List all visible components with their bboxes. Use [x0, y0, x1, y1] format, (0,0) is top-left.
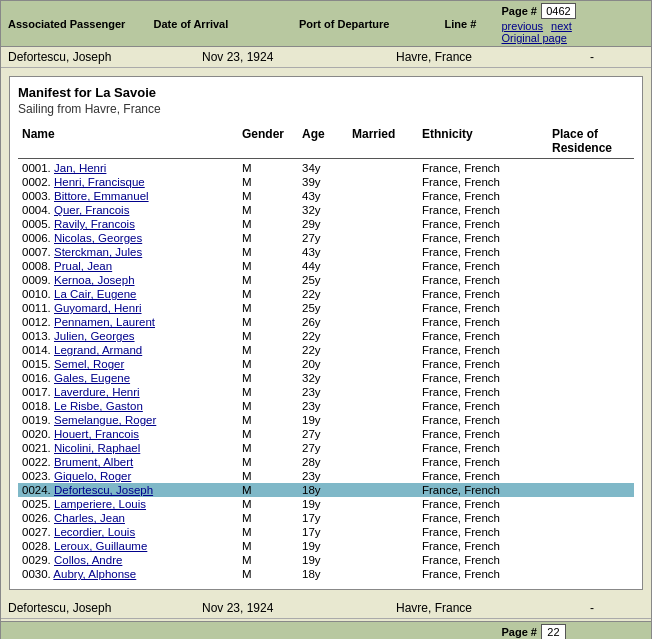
- passenger-name-cell: 0023. Giquelo, Roger: [18, 470, 238, 482]
- passenger-name-link[interactable]: Charles, Jean: [54, 512, 125, 524]
- passenger-name-cell: 0020. Houert, Francois: [18, 428, 238, 440]
- passenger-name-link[interactable]: Nicolas, Georges: [54, 232, 142, 244]
- row-number: 0010.: [22, 288, 54, 300]
- married-cell: [348, 414, 418, 426]
- top-header-bar: Associated Passenger Date of Arrival Por…: [1, 1, 651, 47]
- th-age: Age: [298, 127, 348, 155]
- passenger-name-link[interactable]: Quer, Francois: [54, 204, 129, 216]
- passenger-name-link[interactable]: Pennamen, Laurent: [54, 316, 155, 328]
- passenger-name-cell: 0013. Julien, Georges: [18, 330, 238, 342]
- passenger-name-link[interactable]: Guyomard, Henri: [54, 302, 142, 314]
- ethnicity-cell: France, French: [418, 232, 548, 244]
- age-cell: 26y: [298, 316, 348, 328]
- residence-cell: [548, 316, 634, 328]
- footer-data-row: Defortescu, Joseph Nov 23, 1924 Havre, F…: [1, 598, 651, 619]
- table-row: 0016. Gales, EugeneM32yFrance, French: [18, 371, 634, 385]
- passenger-name-link[interactable]: Houert, Francois: [54, 428, 139, 440]
- residence-cell: [548, 456, 634, 468]
- passenger-name-link[interactable]: Henri, Francisque: [54, 176, 145, 188]
- passenger-name-link[interactable]: Legrand, Armand: [54, 344, 142, 356]
- gender-cell: M: [238, 456, 298, 468]
- married-cell: [348, 274, 418, 286]
- passenger-name-link[interactable]: Prual, Jean: [54, 260, 112, 272]
- married-cell: [348, 232, 418, 244]
- passenger-name-link[interactable]: Leroux, Guillaume: [54, 540, 147, 552]
- row-number: 0009.: [22, 274, 54, 286]
- table-row: 0019. Semelangue, RogerM19yFrance, Frenc…: [18, 413, 634, 427]
- table-row: 0020. Houert, FrancoisM27yFrance, French: [18, 427, 634, 441]
- passenger-name-link[interactable]: La Cair, Eugene: [54, 288, 136, 300]
- passenger-name-link[interactable]: Jan, Henri: [54, 162, 106, 174]
- age-cell: 39y: [298, 176, 348, 188]
- passenger-name-link[interactable]: Giquelo, Roger: [54, 470, 131, 482]
- footer-passenger-name: Defortescu, Joseph: [5, 600, 199, 616]
- table-row: 0013. Julien, GeorgesM22yFrance, French: [18, 329, 634, 343]
- passenger-name-cell: 0019. Semelangue, Roger: [18, 414, 238, 426]
- passenger-name-link[interactable]: Semel, Roger: [54, 358, 124, 370]
- passenger-name-link[interactable]: Le Risbe, Gaston: [54, 400, 143, 412]
- footer-page-value: 22: [541, 624, 566, 639]
- passenger-name-link[interactable]: Julien, Georges: [54, 330, 135, 342]
- passenger-name-link[interactable]: Kernoa, Joseph: [54, 274, 135, 286]
- row-number: 0030.: [22, 568, 53, 580]
- married-cell: [348, 498, 418, 510]
- married-cell: [348, 442, 418, 454]
- residence-cell: [548, 330, 634, 342]
- passenger-name-cell: 0009. Kernoa, Joseph: [18, 274, 238, 286]
- passenger-name-cell: 0030. Aubry, Alphonse: [18, 568, 238, 580]
- age-cell: 25y: [298, 302, 348, 314]
- original-page-link-top[interactable]: Original page: [502, 32, 567, 44]
- passenger-name-link[interactable]: Sterckman, Jules: [54, 246, 142, 258]
- passenger-name-link[interactable]: Laverdure, Henri: [54, 386, 140, 398]
- table-row: 0029. Collos, AndreM19yFrance, French: [18, 553, 634, 567]
- passenger-name-cell: 0018. Le Risbe, Gaston: [18, 400, 238, 412]
- table-row: 0006. Nicolas, GeorgesM27yFrance, French: [18, 231, 634, 245]
- ethnicity-cell: France, French: [418, 470, 548, 482]
- residence-cell: [548, 386, 634, 398]
- ethnicity-cell: France, French: [418, 274, 548, 286]
- residence-cell: [548, 442, 634, 454]
- passenger-name-link[interactable]: Ravily, Francois: [54, 218, 135, 230]
- table-header: Name Gender Age Married Ethnicity Place …: [18, 124, 634, 159]
- age-cell: 19y: [298, 498, 348, 510]
- next-button-top[interactable]: next: [551, 20, 572, 32]
- th-married: Married: [348, 127, 418, 155]
- passenger-name-link[interactable]: Nicolini, Raphael: [54, 442, 140, 454]
- table-row: 0021. Nicolini, RaphaelM27yFrance, Frenc…: [18, 441, 634, 455]
- table-row: 0023. Giquelo, RogerM23yFrance, French: [18, 469, 634, 483]
- age-cell: 27y: [298, 442, 348, 454]
- row-number: 0011.: [22, 302, 54, 314]
- passenger-name-link[interactable]: Brument, Albert: [54, 456, 133, 468]
- th-name: Name: [18, 127, 238, 155]
- passenger-name-cell: 0027. Lecordier, Louis: [18, 526, 238, 538]
- ethnicity-cell: France, French: [418, 498, 548, 510]
- ethnicity-cell: France, French: [418, 358, 548, 370]
- married-cell: [348, 316, 418, 328]
- passenger-name-link[interactable]: Bittore, Emmanuel: [54, 190, 149, 202]
- married-cell: [348, 526, 418, 538]
- age-cell: 22y: [298, 288, 348, 300]
- passenger-name-link[interactable]: Collos, Andre: [54, 554, 122, 566]
- previous-button-top[interactable]: previous: [502, 20, 544, 32]
- passenger-name-link[interactable]: Semelangue, Roger: [54, 414, 156, 426]
- passenger-name-link[interactable]: Defortescu, Joseph: [54, 484, 153, 496]
- residence-cell: [548, 540, 634, 552]
- row-number: 0012.: [22, 316, 54, 328]
- row-number: 0024.: [22, 484, 54, 496]
- table-row: 0024. Defortescu, JosephM18yFrance, Fren…: [18, 483, 634, 497]
- residence-cell: [548, 568, 634, 580]
- passenger-name-link[interactable]: Lecordier, Louis: [54, 526, 135, 538]
- passenger-name-link[interactable]: Aubry, Alphonse: [53, 568, 136, 580]
- passenger-name-link[interactable]: Gales, Eugene: [54, 372, 130, 384]
- ethnicity-cell: France, French: [418, 260, 548, 272]
- married-cell: [348, 386, 418, 398]
- passenger-name-link[interactable]: Lamperiere, Louis: [54, 498, 146, 510]
- ethnicity-cell: France, French: [418, 190, 548, 202]
- passenger-name-cell: 0001. Jan, Henri: [18, 162, 238, 174]
- th-gender: Gender: [238, 127, 298, 155]
- passenger-name-cell: 0005. Ravily, Francois: [18, 218, 238, 230]
- age-cell: 27y: [298, 428, 348, 440]
- header-line-number: Line #: [442, 17, 502, 31]
- table-row: 0005. Ravily, FrancoisM29yFrance, French: [18, 217, 634, 231]
- manifest-section: Manifest for La Savoie Sailing from Havr…: [9, 76, 643, 590]
